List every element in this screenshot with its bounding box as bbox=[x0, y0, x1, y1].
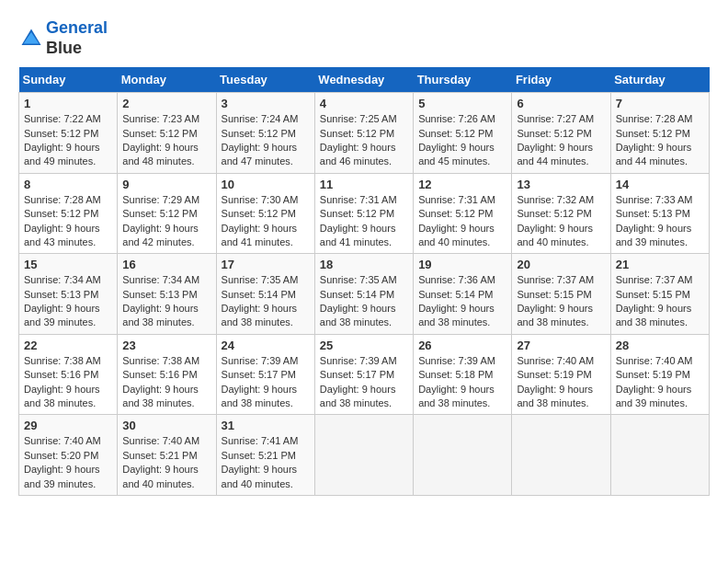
calendar-cell: 19 Sunrise: 7:36 AM Sunset: 5:14 PM Dayl… bbox=[414, 254, 512, 335]
header-monday: Monday bbox=[118, 67, 216, 93]
day-info: Sunrise: 7:40 AM Sunset: 5:19 PM Dayligh… bbox=[616, 354, 704, 411]
day-info: Sunrise: 7:28 AM Sunset: 5:12 PM Dayligh… bbox=[24, 193, 112, 250]
calendar-cell: 4 Sunrise: 7:25 AM Sunset: 5:12 PM Dayli… bbox=[314, 93, 413, 174]
calendar-cell: 5 Sunrise: 7:26 AM Sunset: 5:12 PM Dayli… bbox=[414, 93, 512, 174]
day-info: Sunrise: 7:24 AM Sunset: 5:12 PM Dayligh… bbox=[222, 112, 310, 169]
day-number: 15 bbox=[24, 258, 112, 271]
day-info: Sunrise: 7:25 AM Sunset: 5:12 PM Dayligh… bbox=[320, 112, 408, 169]
calendar-cell: 17 Sunrise: 7:35 AM Sunset: 5:14 PM Dayl… bbox=[216, 254, 314, 335]
day-info: Sunrise: 7:31 AM Sunset: 5:12 PM Dayligh… bbox=[418, 193, 506, 250]
calendar-week-row: 1 Sunrise: 7:22 AM Sunset: 5:12 PM Dayli… bbox=[19, 93, 710, 174]
calendar-cell: 11 Sunrise: 7:31 AM Sunset: 5:12 PM Dayl… bbox=[314, 173, 413, 254]
day-info: Sunrise: 7:34 AM Sunset: 5:13 PM Dayligh… bbox=[24, 273, 112, 330]
day-info: Sunrise: 7:28 AM Sunset: 5:12 PM Dayligh… bbox=[616, 112, 704, 169]
day-info: Sunrise: 7:27 AM Sunset: 5:12 PM Dayligh… bbox=[517, 112, 605, 169]
day-info: Sunrise: 7:36 AM Sunset: 5:14 PM Dayligh… bbox=[418, 273, 506, 330]
day-info: Sunrise: 7:26 AM Sunset: 5:12 PM Dayligh… bbox=[418, 112, 506, 169]
day-number: 31 bbox=[222, 419, 310, 432]
calendar-cell bbox=[314, 415, 413, 496]
calendar-cell: 29 Sunrise: 7:40 AM Sunset: 5:20 PM Dayl… bbox=[19, 415, 118, 496]
calendar-cell: 27 Sunrise: 7:40 AM Sunset: 5:19 PM Dayl… bbox=[512, 334, 610, 415]
calendar-cell bbox=[610, 415, 709, 496]
day-number: 2 bbox=[122, 97, 210, 110]
day-number: 19 bbox=[418, 258, 506, 271]
day-number: 7 bbox=[616, 97, 704, 110]
calendar-cell: 20 Sunrise: 7:37 AM Sunset: 5:15 PM Dayl… bbox=[512, 254, 610, 335]
calendar-cell: 2 Sunrise: 7:23 AM Sunset: 5:12 PM Dayli… bbox=[118, 93, 216, 174]
calendar-cell: 31 Sunrise: 7:41 AM Sunset: 5:21 PM Dayl… bbox=[216, 415, 314, 496]
day-number: 23 bbox=[122, 339, 210, 352]
day-number: 22 bbox=[24, 339, 112, 352]
day-info: Sunrise: 7:40 AM Sunset: 5:20 PM Dayligh… bbox=[24, 434, 112, 491]
day-info: Sunrise: 7:38 AM Sunset: 5:16 PM Dayligh… bbox=[24, 354, 112, 411]
day-number: 12 bbox=[418, 178, 506, 191]
calendar-cell: 6 Sunrise: 7:27 AM Sunset: 5:12 PM Dayli… bbox=[512, 93, 610, 174]
calendar-cell: 18 Sunrise: 7:35 AM Sunset: 5:14 PM Dayl… bbox=[314, 254, 413, 335]
header-sunday: Sunday bbox=[19, 67, 118, 93]
day-number: 10 bbox=[222, 178, 310, 191]
calendar-cell: 7 Sunrise: 7:28 AM Sunset: 5:12 PM Dayli… bbox=[610, 93, 709, 174]
page-header: GeneralBlue bbox=[18, 18, 710, 58]
day-number: 20 bbox=[517, 258, 605, 271]
calendar-cell: 10 Sunrise: 7:30 AM Sunset: 5:12 PM Dayl… bbox=[216, 173, 314, 254]
day-info: Sunrise: 7:29 AM Sunset: 5:12 PM Dayligh… bbox=[122, 193, 210, 250]
day-number: 3 bbox=[222, 97, 310, 110]
calendar-cell: 14 Sunrise: 7:33 AM Sunset: 5:13 PM Dayl… bbox=[610, 173, 709, 254]
calendar-cell: 16 Sunrise: 7:34 AM Sunset: 5:13 PM Dayl… bbox=[118, 254, 216, 335]
header-tuesday: Tuesday bbox=[216, 67, 314, 93]
day-info: Sunrise: 7:39 AM Sunset: 5:17 PM Dayligh… bbox=[320, 354, 408, 411]
day-info: Sunrise: 7:31 AM Sunset: 5:12 PM Dayligh… bbox=[320, 193, 408, 250]
day-number: 17 bbox=[222, 258, 310, 271]
calendar-cell: 30 Sunrise: 7:40 AM Sunset: 5:21 PM Dayl… bbox=[118, 415, 216, 496]
calendar-week-row: 22 Sunrise: 7:38 AM Sunset: 5:16 PM Dayl… bbox=[19, 334, 710, 415]
calendar-cell: 25 Sunrise: 7:39 AM Sunset: 5:17 PM Dayl… bbox=[314, 334, 413, 415]
day-info: Sunrise: 7:22 AM Sunset: 5:12 PM Dayligh… bbox=[24, 112, 112, 169]
day-number: 24 bbox=[222, 339, 310, 352]
day-number: 16 bbox=[122, 258, 210, 271]
calendar-cell bbox=[414, 415, 512, 496]
day-number: 8 bbox=[24, 178, 112, 191]
calendar-cell: 8 Sunrise: 7:28 AM Sunset: 5:12 PM Dayli… bbox=[19, 173, 118, 254]
calendar-cell bbox=[512, 415, 610, 496]
calendar-body: 1 Sunrise: 7:22 AM Sunset: 5:12 PM Dayli… bbox=[19, 93, 710, 496]
day-info: Sunrise: 7:40 AM Sunset: 5:19 PM Dayligh… bbox=[517, 354, 605, 411]
calendar-cell: 12 Sunrise: 7:31 AM Sunset: 5:12 PM Dayl… bbox=[414, 173, 512, 254]
calendar-cell: 28 Sunrise: 7:40 AM Sunset: 5:19 PM Dayl… bbox=[610, 334, 709, 415]
day-info: Sunrise: 7:35 AM Sunset: 5:14 PM Dayligh… bbox=[222, 273, 310, 330]
header-friday: Friday bbox=[512, 67, 610, 93]
day-info: Sunrise: 7:35 AM Sunset: 5:14 PM Dayligh… bbox=[320, 273, 408, 330]
day-info: Sunrise: 7:37 AM Sunset: 5:15 PM Dayligh… bbox=[517, 273, 605, 330]
day-info: Sunrise: 7:23 AM Sunset: 5:12 PM Dayligh… bbox=[122, 112, 210, 169]
day-info: Sunrise: 7:39 AM Sunset: 5:18 PM Dayligh… bbox=[418, 354, 506, 411]
day-number: 28 bbox=[616, 339, 704, 352]
day-info: Sunrise: 7:30 AM Sunset: 5:12 PM Dayligh… bbox=[222, 193, 310, 250]
day-number: 25 bbox=[320, 339, 408, 352]
calendar-cell: 23 Sunrise: 7:38 AM Sunset: 5:16 PM Dayl… bbox=[118, 334, 216, 415]
day-number: 30 bbox=[122, 419, 210, 432]
header-saturday: Saturday bbox=[610, 67, 709, 93]
logo-text: GeneralBlue bbox=[46, 18, 108, 58]
day-number: 14 bbox=[616, 178, 704, 191]
day-info: Sunrise: 7:38 AM Sunset: 5:16 PM Dayligh… bbox=[122, 354, 210, 411]
calendar-table: Sunday Monday Tuesday Wednesday Thursday… bbox=[18, 67, 710, 496]
calendar-cell: 15 Sunrise: 7:34 AM Sunset: 5:13 PM Dayl… bbox=[19, 254, 118, 335]
header-thursday: Thursday bbox=[414, 67, 512, 93]
day-info: Sunrise: 7:32 AM Sunset: 5:12 PM Dayligh… bbox=[517, 193, 605, 250]
day-info: Sunrise: 7:37 AM Sunset: 5:15 PM Dayligh… bbox=[616, 273, 704, 330]
header-wednesday: Wednesday bbox=[314, 67, 413, 93]
calendar-cell: 3 Sunrise: 7:24 AM Sunset: 5:12 PM Dayli… bbox=[216, 93, 314, 174]
calendar-cell: 9 Sunrise: 7:29 AM Sunset: 5:12 PM Dayli… bbox=[118, 173, 216, 254]
calendar-cell: 26 Sunrise: 7:39 AM Sunset: 5:18 PM Dayl… bbox=[414, 334, 512, 415]
day-number: 26 bbox=[418, 339, 506, 352]
day-number: 29 bbox=[24, 419, 112, 432]
calendar-cell: 1 Sunrise: 7:22 AM Sunset: 5:12 PM Dayli… bbox=[19, 93, 118, 174]
day-number: 9 bbox=[122, 178, 210, 191]
calendar-cell: 21 Sunrise: 7:37 AM Sunset: 5:15 PM Dayl… bbox=[610, 254, 709, 335]
day-info: Sunrise: 7:34 AM Sunset: 5:13 PM Dayligh… bbox=[122, 273, 210, 330]
day-info: Sunrise: 7:41 AM Sunset: 5:21 PM Dayligh… bbox=[222, 434, 310, 491]
day-number: 1 bbox=[24, 97, 112, 110]
logo-icon bbox=[18, 26, 44, 52]
day-number: 4 bbox=[320, 97, 408, 110]
calendar-cell: 22 Sunrise: 7:38 AM Sunset: 5:16 PM Dayl… bbox=[19, 334, 118, 415]
calendar-week-row: 29 Sunrise: 7:40 AM Sunset: 5:20 PM Dayl… bbox=[19, 415, 710, 496]
